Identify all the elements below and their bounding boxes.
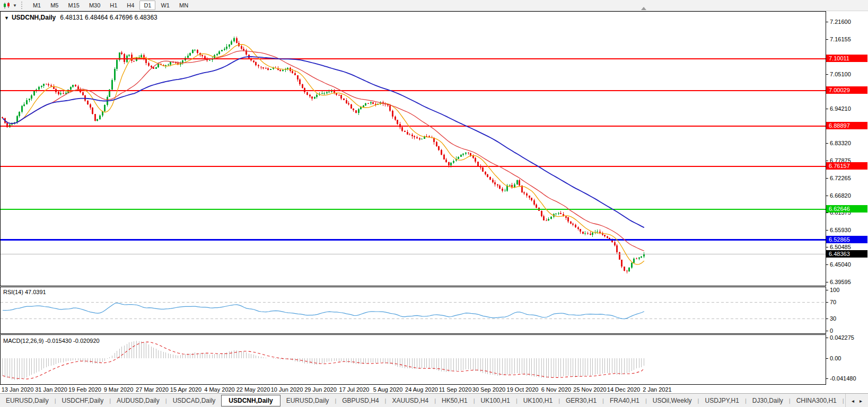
resistance-price-badge: 6.88897 [826,122,867,129]
rsi-axis-tick: 30 [830,315,836,322]
price-axis-tick: 6.55930 [830,227,851,233]
symbol-tab-HK50-H1[interactable]: HK50,H1 [436,395,474,406]
candles-and-lines-layer [1,22,828,381]
price-axis-tick: 7.21600 [830,19,851,25]
tabbar-scroll-left-icon[interactable]: ◂ [849,398,857,404]
symbol-tab-USOil-Weekly[interactable]: USOil,Weekly [647,395,698,406]
date-axis-label: 19 Oct 2020 [507,386,539,393]
date-axis-label: 29 Jun 2020 [304,386,337,393]
date-axis-label: 2 Jan 2021 [643,386,671,393]
symbol-tab-USDCHF-Daily[interactable]: USDCHF,Daily [56,395,110,406]
chart-dropdown-icon[interactable]: ▼ [4,15,9,21]
date-axis-label: 30 Sep 2020 [472,386,505,393]
date-axis-label: 9 Mar 2020 [104,386,134,393]
trading-terminal-window: ▼ M1M5M15M30H1H4D1W1MN ▼USDCNH,Daily6.48… [0,0,868,407]
date-axis-label: 22 May 2020 [236,386,270,393]
chart-canvas[interactable] [0,0,868,393]
date-axis-label: 25 Nov 2020 [573,386,606,393]
price-axis-tick: 6.45040 [830,261,851,268]
level-price-badge: 6.52865 [826,236,867,243]
date-axis-label: 6 Nov 2020 [541,386,571,393]
symbol-tab-GER30-H1[interactable]: GER30,H1 [560,395,602,406]
symbol-tab-AUDUSD-Daily[interactable]: AUDUSD,Daily [111,395,165,406]
indicator-lines-layer [3,45,644,379]
tabbar-scroll-arrows: ◂▸ [845,394,868,407]
date-axis-label: 5 Aug 2020 [373,386,403,393]
macd-indicator-label: MACD(12,26,9) -0.015430 -0.020920 [3,338,100,344]
symbol-tab-DJ30-Daily[interactable]: DJ30,Daily [747,395,789,406]
price-axis-tick: 6.72265 [830,175,851,181]
date-axis-label: 19 Feb 2020 [68,386,101,393]
symbol-tab-USDCAD-Daily[interactable]: USDCAD,Daily [167,395,222,406]
support-price-badge: 6.62646 [826,205,867,213]
date-axis-label: 13 Jan 2020 [2,386,34,393]
date-axis-label: 31 Jan 2020 [35,386,67,393]
date-axis-label: 24 Aug 2020 [405,386,438,393]
price-axis-tick: 6.66820 [830,192,851,199]
symbol-tab-EURUSD-Daily[interactable]: EURUSD,Daily [0,395,55,406]
resistance-price-badge: 7.00029 [826,86,867,94]
symbol-tab-EURUSD-Daily[interactable]: EURUSD,Daily [280,395,335,406]
date-axis-label: 11 Sep 2020 [439,386,472,393]
rsi-axis-tick: 0 [830,328,833,334]
symbol-tab-XAUUSD-H4[interactable]: XAUUSD,H4 [386,395,434,406]
rsi-indicator-label: RSI(14) 47.0391 [3,289,46,295]
symbol-tab-GBPUSD-H4[interactable]: GBPUSD,H4 [336,395,384,406]
price-axis-tick: 6.50485 [830,244,851,250]
symbol-tab-UK100-H1[interactable]: UK100,H1 [475,395,516,406]
rsi-axis-tick: 70 [830,299,836,305]
rsi-axis-tick: 100 [830,287,839,293]
date-axis-label: 17 Jul 2020 [339,386,370,393]
chart-title: ▼USDCNH,Daily6.48131 6.48464 6.47696 6.4… [4,14,157,21]
symbol-tab-USDCNH-Daily[interactable]: USDCNH,Daily [221,395,280,406]
panel-frames [1,12,826,385]
date-axis-label: 4 May 2020 [204,386,234,393]
price-axis-tick: 6.39595 [830,279,851,285]
price-axis-tick: 7.05100 [830,71,851,77]
tabbar-scroll-right-icon[interactable]: ▸ [857,398,865,404]
symbol-tab-UK100-H1[interactable]: UK100,H1 [518,395,558,406]
macd-axis-tick: 0.00 [830,355,841,361]
date-axis-label: 27 Mar 2020 [136,386,169,393]
chart-symbol-label: USDCNH,Daily [12,14,56,21]
resistance-price-badge: 6.76157 [826,162,867,170]
chart-tab-bar: EURUSD,Daily|USDCHF,Daily|AUDUSD,Daily|U… [0,393,868,407]
current-price-price-badge: 6.48363 [826,250,867,258]
resistance-price-badge: 7.10011 [826,55,867,62]
symbol-tab-FRA40-H1[interactable]: FRA40,H1 [604,395,645,406]
chart-ohlc-values: 6.48131 6.48464 6.47696 6.48363 [60,14,157,21]
date-axis-label: 10 Jun 2020 [271,386,303,393]
macd-axis-tick: 0.042275 [830,334,854,341]
date-axis-label: 14 Dec 2020 [607,386,640,393]
price-axis-tick: 6.94210 [830,105,851,112]
macd-axis-tick: -0.041480 [830,375,856,382]
price-axis-tick: 6.83320 [830,140,851,146]
symbol-tab-CHINA300-H1[interactable]: CHINA300,H1 [791,395,843,406]
price-axis-tick: 7.16155 [830,36,851,42]
symbol-tab-USDJPY-H1[interactable]: USDJPY,H1 [699,395,744,406]
date-axis-label: 15 Apr 2020 [170,386,201,393]
